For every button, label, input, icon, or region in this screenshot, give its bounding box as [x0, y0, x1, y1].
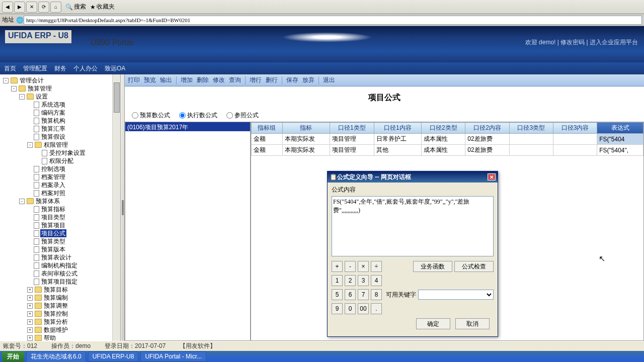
tb-delrow[interactable]: 删行	[266, 76, 278, 84]
tree-item[interactable]: 档案管理	[27, 173, 119, 181]
forward-button[interactable]: ▶	[14, 2, 25, 13]
splitter[interactable]	[121, 74, 125, 341]
search-icon[interactable]: 🔍	[65, 4, 73, 11]
col-header[interactable]: 口径3内容	[553, 123, 597, 134]
tree-item[interactable]: 档案对照	[27, 189, 119, 197]
tree-item[interactable]: 档案录入	[27, 181, 119, 189]
tree-item[interactable]: 预算指标	[27, 205, 119, 213]
radio-ref[interactable]: 参照公式	[226, 111, 259, 120]
tb-modify[interactable]: 修改	[213, 76, 225, 84]
calc-key-0[interactable]: 0	[345, 303, 356, 314]
project-list-item[interactable]: (0106)项目预算2017年	[125, 122, 250, 131]
tb-add[interactable]: 增加	[181, 76, 193, 84]
col-header[interactable]: 口径2内容	[465, 123, 509, 134]
tree-system[interactable]: -预算体系	[19, 197, 119, 205]
tree-item[interactable]: 预算机构	[27, 117, 119, 125]
tree-budget-mgmt[interactable]: -预算管理	[11, 84, 119, 93]
tree-item[interactable]: 预算版本	[27, 245, 119, 253]
favorites-label[interactable]: 收藏夹	[97, 3, 115, 11]
tree-folder[interactable]: +预算调整	[27, 302, 119, 310]
col-header[interactable]: 表达式	[597, 123, 643, 134]
op-minus[interactable]: -	[345, 261, 356, 272]
calc-key-6[interactable]: 6	[345, 289, 356, 300]
back-button[interactable]: ◀	[2, 2, 13, 13]
tree-item[interactable]: 项目类型	[27, 213, 119, 221]
btn-biz-func[interactable]: 业务函数	[413, 261, 452, 272]
dialog-titlebar[interactable]: 📋 公式定义向导 -- 网页对话框 ✕	[328, 171, 498, 183]
tree-item[interactable]: 受控对象设置	[35, 149, 119, 157]
col-header[interactable]: 口径2类型	[422, 123, 465, 134]
formula-textarea[interactable]: FS("5404",全年,"借",账套号,账套年度,"99",,"y","差旅费…	[332, 196, 494, 256]
home-button[interactable]: ⌂	[50, 2, 61, 13]
tree-item[interactable]: 预算项目	[27, 221, 119, 229]
keyword-select[interactable]	[418, 290, 494, 300]
tree-scrollbar[interactable]	[112, 74, 120, 341]
tree-folder[interactable]: +帮助	[27, 334, 119, 341]
calc-key-1[interactable]: 1	[332, 275, 343, 286]
nav-home[interactable]: 首页	[4, 64, 16, 73]
tb-addrow[interactable]: 增行	[250, 76, 262, 84]
taskbar-task[interactable]: UFIDA Portal - Micr...	[140, 351, 206, 361]
calc-key-00[interactable]: 00	[358, 303, 369, 314]
change-password-link[interactable]: 修改密码	[560, 39, 585, 46]
tree-item[interactable]: 项目公式	[27, 229, 119, 237]
op-div[interactable]: ÷	[371, 261, 382, 272]
calc-key-3[interactable]: 3	[358, 275, 369, 286]
tb-query[interactable]: 查询	[229, 76, 241, 84]
radio-budget[interactable]: 预算数公式	[132, 111, 170, 120]
nav-oa[interactable]: 致远OA	[105, 64, 125, 73]
tree-auth[interactable]: -权限管理	[27, 141, 119, 149]
taskbar-task[interactable]: UFIDA ERP-U8	[88, 351, 139, 361]
url-input[interactable]	[24, 16, 642, 25]
tb-exit[interactable]: 退出	[323, 76, 335, 84]
tree-folder[interactable]: +数据维护	[27, 326, 119, 334]
tree-item[interactable]: 编码方案	[27, 109, 119, 117]
dialog-cancel-button[interactable]: 取消	[455, 318, 490, 329]
calc-key-5[interactable]: 5	[332, 289, 343, 300]
search-label[interactable]: 搜索	[74, 3, 86, 11]
taskbar-task[interactable]: 花生壳动态域名6.0	[26, 351, 86, 363]
tb-save[interactable]: 保存	[286, 76, 298, 84]
radio-exec[interactable]: 执行数公式	[179, 111, 217, 120]
tb-delete[interactable]: 删除	[197, 76, 209, 84]
table-row[interactable]: 金额本期实际发项目管理日常养护工成本属性02差旅费FS("5404	[252, 134, 643, 145]
col-header[interactable]: 口径1内容	[374, 123, 422, 134]
tree-item[interactable]: 预算表设计	[27, 253, 119, 261]
tree-item[interactable]: 预算汇率	[27, 125, 119, 133]
tree-item[interactable]: 预算假设	[27, 133, 119, 141]
tree-root[interactable]: -管理会计	[3, 76, 119, 84]
tb-export[interactable]: 输出	[160, 76, 172, 84]
tree-folder[interactable]: +预算分析	[27, 318, 119, 326]
dialog-ok-button[interactable]: 确定	[416, 318, 450, 329]
enterprise-platform-link[interactable]: 进入企业应用平台	[590, 39, 638, 46]
tree-folder[interactable]: +预算目标	[27, 286, 119, 294]
calc-key-4[interactable]: 4	[371, 275, 382, 286]
tree-item[interactable]: 编制机构指定	[27, 261, 119, 269]
favorites-icon[interactable]: ★	[90, 4, 96, 11]
tree-item[interactable]: 控制选项	[27, 165, 119, 173]
tree-folder[interactable]: +预算控制	[27, 310, 119, 318]
tree-folder[interactable]: +预算编制	[27, 294, 119, 302]
start-button[interactable]: 开始	[2, 351, 24, 362]
calc-key-7[interactable]: 7	[358, 289, 369, 300]
tb-preview[interactable]: 预览	[144, 76, 156, 84]
nav-finance[interactable]: 财务	[54, 64, 66, 73]
col-header[interactable]: 口径3类型	[509, 123, 553, 134]
op-mult[interactable]: ×	[358, 261, 369, 272]
btn-formula-check[interactable]: 公式检查	[454, 261, 494, 272]
nav-config[interactable]: 管理配置	[23, 64, 47, 73]
tb-print[interactable]: 打印	[128, 76, 140, 84]
col-header[interactable]: 指标组	[252, 123, 283, 134]
tree-item[interactable]: 预算项目指定	[27, 278, 119, 286]
refresh-button[interactable]: ⟳	[38, 2, 49, 13]
table-row[interactable]: 金额本期实际发项目管理其他成本属性02差旅费FS("5404",	[252, 145, 643, 156]
tree-item[interactable]: 表间审核公式	[27, 269, 119, 278]
col-header[interactable]: 口径1类型	[330, 123, 374, 134]
calc-key-.[interactable]: .	[371, 303, 382, 314]
tree-item[interactable]: 系统选项	[27, 101, 119, 109]
tb-discard[interactable]: 放弃	[302, 76, 314, 84]
calc-key-2[interactable]: 2	[345, 275, 356, 286]
calc-key-8[interactable]: 8	[371, 289, 382, 300]
tree-settings[interactable]: -设置	[19, 93, 119, 101]
op-plus[interactable]: +	[332, 261, 343, 272]
